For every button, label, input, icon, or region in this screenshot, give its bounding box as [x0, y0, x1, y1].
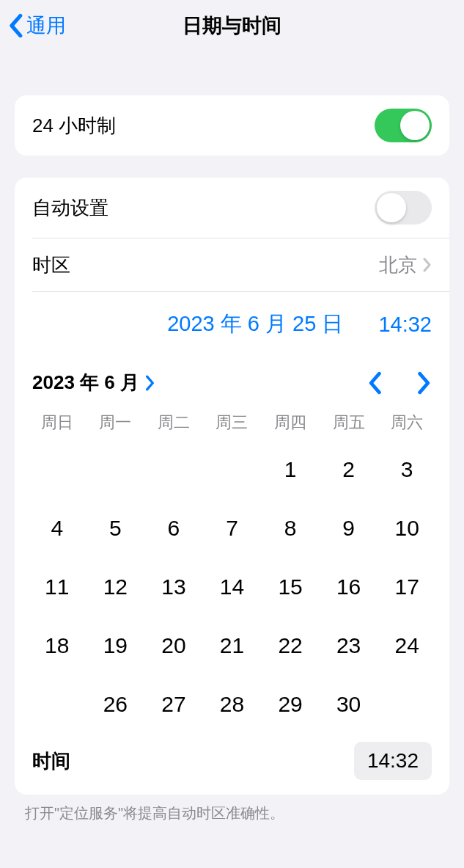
day-cell[interactable]: 23 [320, 624, 378, 667]
day-cell[interactable]: 17 [378, 566, 436, 608]
weekday-label: 周日 [28, 412, 86, 434]
day-cell[interactable]: 21 [203, 624, 262, 667]
day-cell[interactable]: 12 [86, 566, 145, 608]
day-cell[interactable]: 29 [261, 683, 320, 726]
section-24h: 24 小时制 [15, 95, 449, 156]
day-cell[interactable]: 10 [378, 507, 436, 550]
label-24h: 24 小时制 [32, 113, 116, 139]
day-cell-empty [144, 448, 203, 491]
weekday-label: 周六 [378, 412, 436, 434]
row-timezone[interactable]: 时区 北京 [15, 238, 449, 291]
month-nav [367, 371, 432, 395]
selected-date[interactable]: 2023 年 6 月 25 日 [167, 310, 343, 339]
toggle-knob [377, 193, 406, 222]
day-cell-empty [28, 448, 86, 491]
day-cell[interactable]: 30 [320, 683, 378, 726]
day-cell[interactable]: 13 [144, 566, 203, 608]
day-cell[interactable]: 25 [28, 683, 86, 726]
day-cell-empty [203, 448, 262, 491]
footer-note: 打开"定位服务"将提高自动时区准确性。 [0, 795, 464, 823]
weekday-label: 周五 [320, 412, 378, 434]
calendar-header: 2023 年 6 月 [15, 357, 449, 409]
day-cell[interactable]: 28 [203, 683, 262, 726]
label-auto-set: 自动设置 [32, 195, 108, 221]
row-selected-datetime: 2023 年 6 月 25 日 14:32 [15, 292, 449, 357]
prev-month-button[interactable] [367, 371, 382, 395]
day-cell[interactable]: 22 [261, 624, 320, 667]
day-cell[interactable]: 15 [261, 566, 320, 608]
day-cell[interactable]: 1 [261, 448, 320, 491]
day-cell[interactable]: 8 [261, 507, 320, 550]
day-cell[interactable]: 24 [378, 624, 436, 667]
chevron-right-icon [145, 375, 155, 391]
weekday-label: 周四 [261, 412, 320, 434]
day-cell[interactable]: 16 [320, 566, 378, 608]
back-button[interactable]: 通用 [7, 12, 66, 39]
month-label: 2023 年 6 月 [32, 370, 139, 395]
day-cell[interactable]: 5 [86, 507, 145, 550]
day-cell[interactable]: 2 [320, 448, 378, 491]
weekday-row: 周日周一周二周三周四周五周六 [15, 412, 449, 434]
label-time: 时间 [32, 748, 70, 774]
day-cell[interactable]: 4 [28, 507, 86, 550]
day-cell[interactable]: 9 [320, 507, 378, 550]
selected-time[interactable]: 14:32 [378, 313, 432, 337]
weekday-label: 周二 [144, 412, 203, 434]
timezone-text: 北京 [379, 252, 417, 278]
chevron-left-icon [7, 13, 23, 38]
calendar-grid: 1234567891011121314151617181920212223242… [15, 448, 449, 730]
row-24h: 24 小时制 [15, 95, 449, 156]
weekday-label: 周一 [86, 412, 145, 434]
month-picker[interactable]: 2023 年 6 月 [32, 370, 155, 395]
day-cell-empty [86, 448, 145, 491]
day-cell[interactable]: 14 [203, 566, 262, 608]
back-label: 通用 [26, 12, 66, 39]
nav-bar: 通用 日期与时间 [0, 0, 464, 51]
row-auto-set: 自动设置 [15, 178, 449, 238]
label-timezone: 时区 [32, 252, 70, 278]
chevron-right-icon [423, 258, 432, 272]
day-cell[interactable]: 19 [86, 624, 145, 667]
weekday-label: 周三 [203, 412, 262, 434]
toggle-24h[interactable] [375, 109, 432, 142]
day-cell[interactable]: 18 [28, 624, 86, 667]
day-cell[interactable]: 20 [144, 624, 203, 667]
row-time: 时间 14:32 [15, 730, 449, 795]
time-chip[interactable]: 14:32 [354, 742, 432, 780]
page-title: 日期与时间 [183, 12, 281, 39]
value-timezone: 北京 [379, 252, 432, 278]
next-month-button[interactable] [417, 371, 432, 395]
day-cell[interactable]: 6 [144, 507, 203, 550]
day-cell[interactable]: 27 [144, 683, 203, 726]
day-cell[interactable]: 3 [378, 448, 436, 491]
day-cell[interactable]: 7 [203, 507, 262, 550]
toggle-knob [400, 111, 430, 140]
day-cell[interactable]: 26 [86, 683, 145, 726]
day-cell[interactable]: 11 [28, 566, 86, 608]
section-datetime: 自动设置 时区 北京 2023 年 6 月 25 日 14:32 2023 年 … [15, 178, 449, 795]
toggle-auto-set[interactable] [375, 191, 432, 225]
